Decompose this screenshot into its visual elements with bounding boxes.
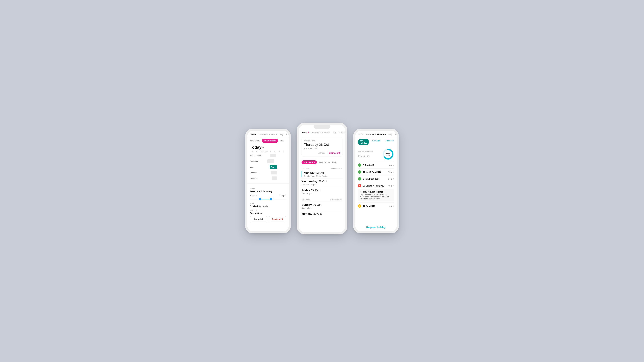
friday-shift[interactable]: Friday 27 Oct 8am to 2pm [302,187,342,196]
sub-tabs-1: Your shifts Team shifts Tips [247,137,289,144]
gantt-label-mohammed: Mohammed K. [250,155,263,157]
today-chevron-icon[interactable]: ▾ [262,146,264,149]
slider-thumb-start[interactable] [259,198,261,200]
sunday-shift[interactable]: Sunday 29 Oct 8am to 2pm [302,202,342,211]
wednesday-date: Wednesday 25 Oct [302,180,342,183]
holiday-list: ✓ 3 Jun 2017 4h ▾ ✓ 10 to 14 Aug 2017 16… [355,162,397,189]
who-value-text: Christine Lewis [250,205,268,208]
gantt-row-rachel[interactable]: Rachel W. [250,159,286,164]
monday-next-date-num: 30 Oct [313,212,322,216]
available-label: Available shift [304,140,340,142]
shifts-logo-text: Shifts [302,131,308,134]
nav-shifts-1[interactable]: Shifts [250,133,256,136]
dismiss-button[interactable]: Dismiss [318,152,326,154]
nav-holiday-1[interactable]: Holiday & Absence [258,133,277,136]
nav-profile-3[interactable]: Profile [395,133,397,136]
holiday-tabs: Your holiday Calendar Absence [355,137,397,147]
gantt-row-you[interactable]: You You [250,165,286,169]
monday-shift[interactable]: Monday 23 Oct 8am to 2pm, Offsite Busine… [302,171,342,177]
holiday-hours-5: 4h [390,205,392,207]
tab-calendar[interactable]: Calendar [370,139,382,145]
available-actions: Dismiss Claim shift [304,152,340,154]
holiday-date-2: 10 to 14 Aug 2017 [363,171,388,173]
monday-date-num: 23 Oct [316,171,324,175]
holiday-hours-3: 24h [388,178,392,180]
gantt-area: Mohammed K. Rachel W. You [247,153,289,182]
holiday-item-3[interactable]: ✓ 7 to 14 Oct 2017 24h ▾ [358,175,394,182]
tab-tips-1[interactable]: Tips [280,139,284,142]
tab-your-shifts-2[interactable]: Your shifts [302,160,317,164]
tab-team-shifts-2[interactable]: Team shifts [319,161,330,164]
sunday-date-num: 29 Oct [313,203,321,207]
monday-time: 8am to 2pm, Offsite Business [304,175,342,177]
who-label: Who [250,202,286,204]
available-shift-card: Available shift Thursday 26 Oct 9.30am t… [302,137,342,157]
paycode-value: Basic time [250,212,286,215]
available-time: 9.30am to 1pm [304,147,340,150]
holiday-status-icon-2: ✓ [358,170,361,174]
holiday-hours-val: 21h [358,155,362,158]
nav-shifts-3[interactable]: Shifts [358,133,364,136]
hour-10: 10 [259,151,264,152]
donut-text: 89% Used [386,152,390,156]
holiday-status-icon-1: ✓ [358,163,361,167]
tab-team-shifts-1[interactable]: Team shifts [262,139,278,143]
gantt-row-ishaan[interactable]: Ishaan S. [250,176,286,181]
wednesday-shift[interactable]: Wednesday 25 Oct 10am to 2.30pm [302,178,342,187]
friday-date-num: 27 Oct [311,189,320,192]
gantt-row-christine[interactable]: Christine L. [250,170,286,175]
monday-next-shift[interactable]: Monday 30 Oct [302,211,342,217]
holiday-item-2[interactable]: ✓ 10 to 14 Aug 2017 16h ▾ [358,168,394,175]
nav-holiday-2[interactable]: Holiday & Absence [312,131,330,134]
nav-holiday-3[interactable]: Holiday & Absence [366,133,386,136]
hour-2: 2 [268,151,272,152]
claim-shift-button[interactable]: Claim shift [329,152,340,154]
current-week-label: Current week [302,167,312,169]
phone-2: Shifts Holiday & Absence Pay Profile Ava… [297,123,347,234]
nav-pay-3[interactable]: Pay [388,133,392,136]
phone-3: Shifts Holiday & Absence Pay Profile You… [353,129,399,233]
monday-next-date: Monday 30 Oct [302,212,342,216]
gantt-label-you: You [250,166,263,168]
request-holiday-bar: Request holiday [355,223,397,231]
holiday-item-5[interactable]: ⏱ 10 Feb 2018 4h ▾ [358,202,394,209]
gantt-bar-mohammed [270,154,276,157]
tab-tips-2[interactable]: Tips [332,161,336,164]
delete-shift-button[interactable]: Delete shift [269,216,286,222]
swap-shift-button[interactable]: Swap shift [250,216,267,222]
hour-6: 6 [250,151,254,152]
holiday-status-icon-5: ⏱ [358,204,361,208]
slider-thumb-end[interactable] [270,198,272,200]
holiday-date-3: 7 to 14 Oct 2017 [363,178,388,180]
holiday-of: of 143h [363,155,370,158]
friday-day: Friday [302,189,310,192]
tab-absence[interactable]: Absence [384,139,396,145]
today-header: Today ▾ [247,144,289,151]
wednesday-date-num: 25 Oct [318,180,327,183]
friday-date: Friday 27 Oct [302,189,342,192]
current-week-header: Current week Scheduled 35h [302,166,342,170]
holiday-item-4[interactable]: ✕ 23 Jan to 4 Feb 2018 48h ▴ [358,182,394,189]
time-slider[interactable] [250,197,286,201]
nav-pay-2[interactable]: Pay [332,131,336,134]
time-end: 3.00pm [280,194,286,197]
gantt-bar-rachel [267,159,274,163]
nav-pay-1[interactable]: Pay [280,133,283,136]
nav-profile-2[interactable]: Profile [339,131,345,134]
tab-your-shifts-1[interactable]: Your shifts [250,139,260,142]
gantt-label-christine: Christine L. [250,172,263,174]
tab-your-holiday[interactable]: Your holiday [358,139,369,145]
holiday-chevron-3: ▾ [393,178,394,180]
gantt-track-you: You [263,165,286,169]
paycode-label: Paycode [250,209,286,211]
holiday-chevron-4: ▴ [393,185,394,187]
gantt-row-mohammed[interactable]: Mohammed K. [250,153,286,158]
holiday-hours-1: 4h [390,164,392,166]
holiday-item-1[interactable]: ✓ 3 Jun 2017 4h ▾ [358,162,394,168]
nav-profile-1[interactable]: Profile [286,133,289,136]
holiday-hours: 21h of 143h [358,153,373,158]
timeline-header: 6 8 10 12pm 2 4 6 8 [247,151,289,152]
paycode-value-text: Basic time [250,212,262,215]
request-holiday-button[interactable]: Request holiday [366,226,386,229]
detail-panel: When Tuesday 5 January 8.30am 3.00pm Wh [247,185,289,225]
